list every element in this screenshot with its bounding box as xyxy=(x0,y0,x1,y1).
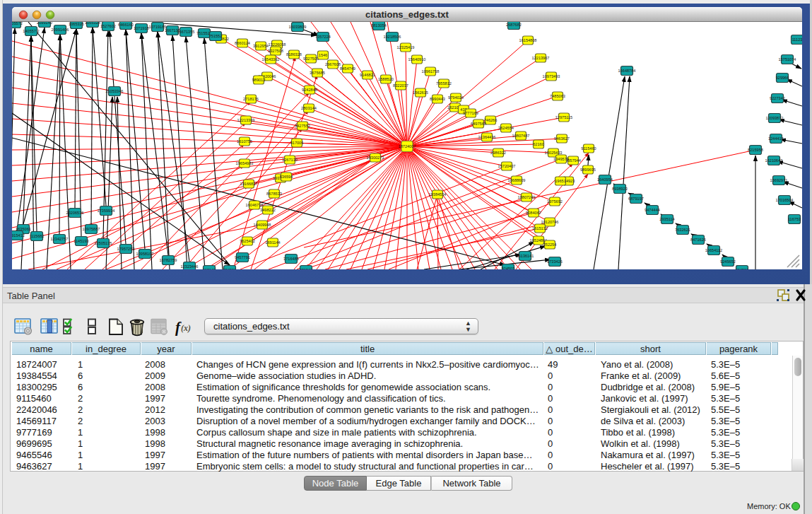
svg-text:10807487: 10807487 xyxy=(512,134,530,138)
svg-text:9794024: 9794024 xyxy=(448,95,464,100)
svg-text:16210643: 16210643 xyxy=(765,158,783,163)
svg-text:7357224: 7357224 xyxy=(315,35,331,39)
svg-text:536594: 536594 xyxy=(280,175,293,179)
svg-text:19166827: 19166827 xyxy=(240,182,258,186)
svg-text:18724007: 18724007 xyxy=(399,144,416,148)
svg-text:16046738: 16046738 xyxy=(246,203,264,207)
svg-text:9327505: 9327505 xyxy=(303,57,319,61)
svg-text:1071918: 1071918 xyxy=(134,26,149,30)
svg-text:1115682: 1115682 xyxy=(30,234,45,238)
svg-text:9777169: 9777169 xyxy=(463,111,478,115)
svg-text:3716485: 3716485 xyxy=(283,257,299,261)
svg-text:16409948: 16409948 xyxy=(254,223,271,227)
svg-text:15136141: 15136141 xyxy=(517,254,534,258)
svg-text:9327508: 9327508 xyxy=(268,49,283,53)
svg-text:16671355: 16671355 xyxy=(177,30,195,34)
svg-text:1562615: 1562615 xyxy=(413,90,428,95)
svg-text:924503: 924503 xyxy=(502,267,515,269)
svg-text:8322037: 8322037 xyxy=(393,83,408,88)
svg-text:12342757: 12342757 xyxy=(51,237,69,241)
svg-text:10961758: 10961758 xyxy=(422,69,440,74)
svg-text:12323446: 12323446 xyxy=(181,264,199,269)
svg-text:1244415: 1244415 xyxy=(768,136,784,141)
svg-text:10975887: 10975887 xyxy=(83,227,100,231)
svg-text:17016504: 17016504 xyxy=(776,198,794,202)
svg-text:16033809: 16033809 xyxy=(289,25,307,29)
svg-text:13226058: 13226058 xyxy=(269,42,286,47)
svg-text:2718176: 2718176 xyxy=(243,97,259,101)
svg-text:19651: 19651 xyxy=(555,179,566,183)
svg-text:6879197: 6879197 xyxy=(628,197,644,201)
svg-text:1733426: 1733426 xyxy=(547,259,563,264)
svg-text:12213369: 12213369 xyxy=(237,118,255,122)
svg-text:3624554: 3624554 xyxy=(498,126,514,130)
svg-text:9227342: 9227342 xyxy=(770,96,785,100)
svg-text:252254: 252254 xyxy=(543,243,557,247)
svg-text:1527602: 1527602 xyxy=(100,24,116,28)
svg-text:8427552: 8427552 xyxy=(295,124,310,128)
svg-text:116753: 116753 xyxy=(788,217,801,221)
svg-text:16782759: 16782759 xyxy=(160,258,177,262)
svg-text:7955812: 7955812 xyxy=(436,81,452,86)
svg-text:8938923: 8938923 xyxy=(612,187,628,191)
svg-text:10120746: 10120746 xyxy=(541,220,559,224)
svg-text:9084067: 9084067 xyxy=(526,211,541,215)
svg-text:7632621: 7632621 xyxy=(675,228,690,232)
svg-text:1615132: 1615132 xyxy=(532,226,548,230)
svg-text:(x): (x) xyxy=(181,323,191,333)
svg-text:10973493: 10973493 xyxy=(543,74,560,78)
svg-text:8454749: 8454749 xyxy=(340,66,355,71)
svg-text:2986322: 2986322 xyxy=(490,151,506,155)
svg-text:9115460: 9115460 xyxy=(581,146,596,151)
svg-text:62160: 62160 xyxy=(533,142,544,146)
svg-text:19384554: 19384554 xyxy=(429,192,447,197)
svg-text:15692971: 15692971 xyxy=(770,178,788,182)
svg-text:751552: 751552 xyxy=(209,34,223,38)
svg-text:8813054: 8813054 xyxy=(371,23,387,28)
svg-text:1405572: 1405572 xyxy=(12,22,23,25)
svg-text:11123: 11123 xyxy=(792,37,802,42)
svg-text:9463627: 9463627 xyxy=(554,136,570,141)
svg-text:989012: 989012 xyxy=(252,78,266,82)
svg-text:20991406: 20991406 xyxy=(52,28,69,32)
svg-text:15720407: 15720407 xyxy=(498,164,516,168)
svg-text:3915412: 3915412 xyxy=(12,233,25,238)
svg-text:8660124: 8660124 xyxy=(235,41,250,45)
svg-text:9899695: 9899695 xyxy=(580,168,596,172)
svg-text:18807249: 18807249 xyxy=(518,195,536,199)
svg-text:871542: 871542 xyxy=(300,268,313,269)
svg-text:12325419: 12325419 xyxy=(397,45,415,49)
svg-text:16543362: 16543362 xyxy=(262,57,280,62)
svg-text:417006: 417006 xyxy=(290,141,304,145)
svg-text:21364436: 21364436 xyxy=(478,135,496,139)
svg-text:963142: 963142 xyxy=(203,268,216,269)
svg-text:1349579: 1349579 xyxy=(553,157,569,161)
svg-text:9245652: 9245652 xyxy=(720,259,736,264)
svg-text:9242848: 9242848 xyxy=(302,88,317,92)
svg-text:1610755: 1610755 xyxy=(237,139,252,144)
svg-text:2967608: 2967608 xyxy=(325,62,341,66)
svg-text:8990443: 8990443 xyxy=(430,97,445,101)
svg-text:1546: 1546 xyxy=(319,53,327,57)
svg-text:12975115: 12975115 xyxy=(555,115,572,119)
svg-text:10958107: 10958107 xyxy=(136,252,154,256)
svg-text:15640910: 15640910 xyxy=(408,57,426,62)
svg-text:9146821: 9146821 xyxy=(360,73,375,77)
svg-text:17957253: 17957253 xyxy=(117,247,135,251)
svg-text:1975692: 1975692 xyxy=(547,199,563,204)
svg-text:10025433: 10025433 xyxy=(545,151,563,155)
svg-text:15751074: 15751074 xyxy=(779,57,796,62)
svg-text:3498222: 3498222 xyxy=(260,208,276,212)
svg-text:2099140: 2099140 xyxy=(37,22,52,25)
svg-text:1691144: 1691144 xyxy=(265,240,280,245)
svg-text:19654983: 19654983 xyxy=(236,161,254,165)
svg-text:10719185: 10719185 xyxy=(149,25,167,29)
svg-text:8678533: 8678533 xyxy=(266,192,282,196)
svg-text:12213967: 12213967 xyxy=(532,56,550,60)
svg-text:19218506: 19218506 xyxy=(384,35,401,39)
svg-text:2687682: 2687682 xyxy=(506,23,522,27)
svg-text:10654112: 10654112 xyxy=(705,248,722,252)
svg-text:20206536: 20206536 xyxy=(66,211,84,215)
svg-text:929966: 929966 xyxy=(776,76,789,80)
svg-text:17359934: 17359934 xyxy=(98,209,115,213)
